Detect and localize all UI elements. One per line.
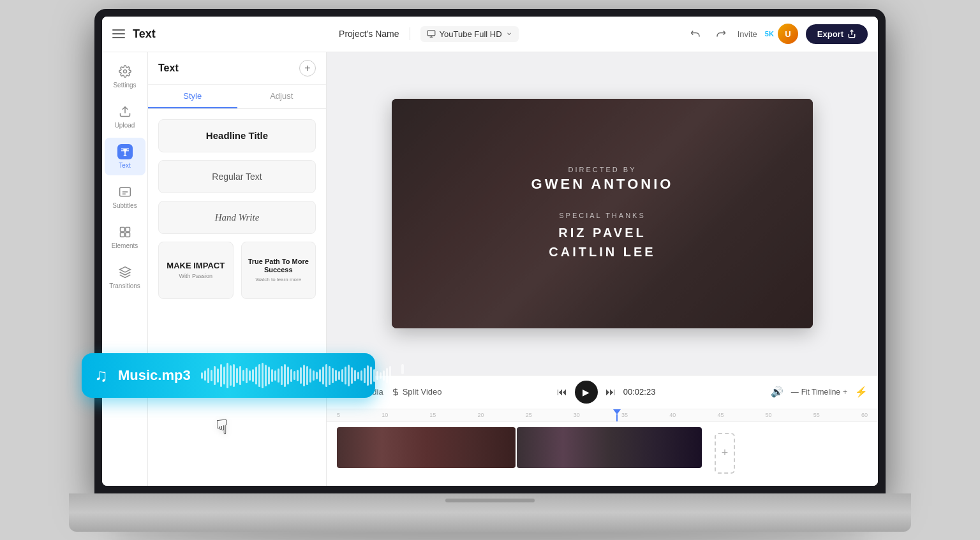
headline-label: Headline Title — [206, 130, 268, 141]
track-clip-2[interactable] — [517, 427, 702, 468]
waveform-bar — [335, 370, 337, 381]
template-make-impact[interactable]: MAKE IMPACT With Passion — [158, 242, 234, 299]
panel-title: Text — [158, 62, 179, 74]
template-true-path[interactable]: True Path To More Success Watch to learn… — [241, 242, 316, 299]
track-clip-1[interactable] — [337, 427, 516, 468]
prev-button[interactable]: ⏮ — [557, 386, 567, 398]
time-display: 00:02:23 — [623, 387, 656, 397]
undo-button[interactable] — [687, 25, 704, 43]
waveform-bar — [290, 369, 292, 382]
play-button[interactable]: ▶ — [575, 381, 598, 404]
waveform-bar — [370, 367, 372, 384]
add-text-button[interactable]: + — [299, 60, 316, 77]
svg-point-1 — [123, 69, 126, 73]
laptop-base — [69, 493, 911, 532]
waveform-bar — [309, 369, 311, 383]
waveform-bar — [217, 369, 219, 383]
add-track-button[interactable]: + — [715, 433, 735, 474]
waveform-bar — [242, 370, 244, 381]
separator — [410, 27, 410, 40]
regular-label: Regular Text — [212, 171, 262, 182]
subtitles-icon — [117, 184, 133, 200]
music-badge[interactable]: ♫ Music.mp3 — [82, 353, 375, 398]
cursor-hand: ☟ — [216, 415, 228, 439]
waveform-bar — [357, 372, 359, 379]
panel-header: Text + — [148, 52, 326, 85]
export-button[interactable]: Export — [806, 24, 868, 44]
waveform-bar — [226, 363, 228, 388]
waveform-bar — [332, 368, 334, 383]
waveform-bar — [325, 364, 327, 387]
music-label: Music.mp3 — [118, 367, 191, 384]
waveform-bar — [211, 370, 212, 381]
text-templates-grid: MAKE IMPACT With Passion True Path To Mo… — [158, 242, 316, 299]
waveform-bar — [364, 368, 366, 383]
regular-style-button[interactable]: Regular Text — [158, 160, 316, 193]
text-panel: Text + Style Adjust Headline Title Regul… — [148, 52, 327, 486]
handwrite-style-button[interactable]: Hand Write — [158, 201, 316, 234]
waveform-bar — [389, 366, 391, 385]
sidebar-label-elements: Elements — [112, 242, 138, 249]
track-left — [327, 422, 709, 485]
volume-icon[interactable]: 🔊 — [771, 386, 783, 398]
svg-rect-7 — [125, 232, 130, 237]
template-true-path-title: True Path To More Success — [248, 258, 309, 274]
waveform-bar — [255, 367, 257, 384]
fit-timeline-button[interactable]: — Fit Timeline + — [791, 388, 847, 397]
directed-by-label: DIRECTED BY — [531, 166, 674, 173]
sidebar-label-transitions: Transitions — [109, 282, 140, 289]
director-name: GWEN ANTONIO — [531, 176, 674, 193]
top-bar-right: Invite 5K U Export — [687, 24, 868, 44]
avatar-badge: 5K — [765, 30, 774, 38]
waveform-bar — [230, 365, 232, 386]
waveform-bar — [281, 366, 283, 385]
avatar[interactable]: U — [778, 24, 798, 44]
directed-section: DIRECTED BY GWEN ANTONIO — [531, 166, 674, 193]
waveform-bar — [265, 365, 267, 386]
waveform-bar — [345, 367, 346, 384]
waveform-bar — [329, 366, 330, 385]
sidebar-label-upload: Upload — [115, 122, 135, 129]
sidebar-item-transitions[interactable]: Transitions — [105, 258, 145, 296]
format-selector[interactable]: YouTube Full HD — [420, 26, 519, 42]
tab-adjust[interactable]: Adjust — [237, 85, 327, 108]
timeline: 5 10 15 20 25 30 35 40 45 50 — [327, 409, 878, 486]
waveform-bar — [322, 367, 324, 384]
waveform-bar — [249, 370, 251, 381]
video-text-content: DIRECTED BY GWEN ANTONIO SPECIAL THANKS … — [392, 99, 813, 328]
waveform-bar — [258, 364, 260, 387]
invite-button[interactable]: Invite — [738, 29, 757, 39]
project-name[interactable]: Project's Name — [339, 29, 399, 39]
waveform-bar — [262, 363, 264, 388]
tab-style[interactable]: Style — [148, 85, 237, 108]
redo-button[interactable] — [712, 25, 730, 43]
top-bar-center: Project's Name YouTube Full HD — [179, 26, 679, 42]
sidebar-item-settings[interactable]: Settings — [105, 57, 145, 95]
svg-rect-5 — [125, 227, 130, 231]
sidebar-item-subtitles[interactable]: Subtitles — [105, 178, 145, 215]
waveform-bar — [246, 368, 248, 383]
upload-icon — [117, 104, 133, 119]
headline-style-button[interactable]: Headline Title — [158, 119, 316, 152]
panel-tabs: Style Adjust — [148, 85, 326, 109]
sidebar-item-upload[interactable]: Upload — [105, 98, 145, 135]
special-thanks-label: SPECIAL THANKS — [549, 212, 655, 219]
waveform — [201, 363, 391, 388]
svg-rect-6 — [120, 232, 124, 237]
playback-center: ⏮ ▶ ⏭ 00:02:23 — [450, 381, 763, 404]
next-button[interactable]: ⏭ — [605, 386, 616, 398]
sidebar-item-elements[interactable]: Elements — [105, 218, 145, 256]
template-make-impact-title: MAKE IMPACT — [167, 261, 225, 271]
sidebar-item-text[interactable]: T Text — [105, 138, 145, 175]
drag-handle[interactable] — [401, 364, 404, 387]
split-video-button[interactable]: Split Video — [391, 387, 442, 397]
settings-icon-bottom[interactable]: ⚡ — [855, 386, 868, 398]
svg-rect-0 — [427, 31, 435, 36]
menu-icon[interactable] — [112, 29, 125, 38]
waveform-bar — [214, 366, 216, 385]
waveform-bar — [354, 370, 356, 381]
waveform-bar — [383, 370, 385, 381]
music-note-icon: ♫ — [94, 365, 108, 386]
svg-rect-4 — [120, 227, 124, 231]
thanks-names: RIZ PAVELCAITLIN LEE — [549, 223, 655, 261]
